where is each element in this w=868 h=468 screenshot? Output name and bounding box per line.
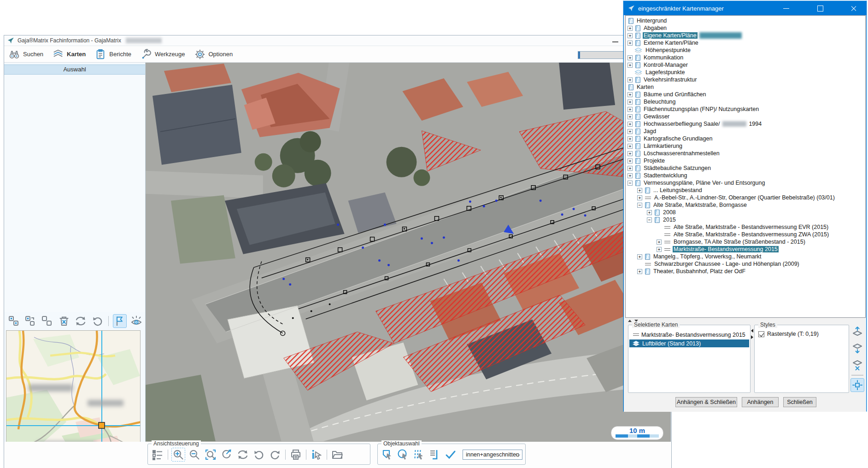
expander-icon[interactable] (628, 181, 633, 186)
rasterstyle-row[interactable]: Rasterstyle (T: 0,19) (758, 331, 849, 337)
tree-item[interactable]: Projekte (626, 157, 865, 164)
tree-item[interactable]: Kartografische Grundlagen (626, 135, 865, 142)
tree-item[interactable]: Externe Karten/Pläne (626, 39, 865, 47)
selected-map-row[interactable]: Luftbilder (Stand 2013) (629, 339, 749, 347)
tree-item[interactable]: Marktstraße- Bestandsvermessung 2015 (626, 246, 865, 253)
tree-item[interactable]: Löschwasserentnahmestellen (626, 150, 865, 157)
expander-icon[interactable] (637, 188, 642, 193)
circle-select-icon[interactable] (396, 448, 410, 462)
polygon-select-icon[interactable] (381, 448, 394, 462)
expander-icon[interactable] (628, 92, 633, 97)
attach-and-close-button[interactable]: Anhängen & Schließen (675, 397, 737, 407)
expander-icon[interactable] (637, 203, 642, 208)
expander-icon[interactable] (647, 217, 652, 222)
minimize-button[interactable] (776, 1, 797, 15)
expander-icon[interactable] (637, 195, 642, 200)
tree-item[interactable]: Vermessungspläne, Pläne Ver- und Entsorg… (626, 179, 865, 187)
tree-item[interactable]: Kontroll-Manager (626, 61, 865, 69)
expander-icon[interactable] (628, 158, 633, 164)
rasterstyle-checkbox[interactable] (758, 331, 764, 337)
tree-item[interactable]: Alte Straße, Marktstraße - Bestandsverme… (626, 231, 865, 238)
center-object-icon[interactable] (850, 378, 864, 392)
eye-icon[interactable] (130, 314, 143, 328)
tree-item[interactable]: Beleuchtung (626, 98, 865, 105)
expander-icon[interactable] (628, 122, 633, 127)
tree-item[interactable]: Schwarzburger Chaussee - Lage- und Höhen… (626, 260, 865, 268)
tree-item[interactable]: Mangelg., Töpferg., Vorwerksg., Neumarkt (626, 253, 865, 260)
selection-list-empty[interactable] (4, 75, 145, 312)
flag-icon[interactable] (113, 314, 126, 328)
tree-item[interactable]: Abgaben (626, 24, 865, 32)
tree-item[interactable]: Borngasse, TA Alte Straße (Straßenbestan… (626, 238, 865, 246)
splitter-up-icon[interactable] (628, 320, 632, 322)
expander-icon[interactable] (628, 151, 633, 156)
tree-item[interactable]: Lagefestpunkte (626, 69, 865, 76)
expander-icon[interactable] (628, 55, 633, 60)
tree-item[interactable]: Bäume und Grünflächen (626, 91, 865, 98)
tree-item[interactable]: Höhenpestpunkte (626, 47, 865, 54)
expander-icon[interactable] (628, 129, 633, 134)
tree-item[interactable]: Lärmkartierung (626, 142, 865, 150)
tree-item[interactable]: Alte Straße, Marktstraße - Bestandsverme… (626, 223, 865, 231)
redo-icon[interactable] (268, 448, 282, 462)
expander-icon[interactable] (637, 269, 642, 274)
select-empty-icon[interactable] (41, 314, 54, 328)
trash-x-icon[interactable] (57, 314, 70, 328)
selection-mode-dropdown[interactable]: innen+angeschnitten (463, 450, 522, 460)
tree-item[interactable]: Gewässer (626, 113, 865, 120)
layer-up-icon[interactable] (850, 325, 864, 339)
tree-item[interactable]: Verkehrsinfrastruktur (626, 76, 865, 83)
expander-icon[interactable] (628, 107, 633, 112)
expander-icon[interactable] (628, 136, 633, 141)
tree-item[interactable]: Karten (626, 83, 865, 91)
splitter-left-icon[interactable] (751, 329, 753, 333)
tree-item[interactable]: Hintergrund (626, 17, 865, 24)
select-corner-icon[interactable] (23, 314, 37, 328)
minimize-button[interactable] (611, 38, 620, 44)
layer-down-icon[interactable] (850, 342, 864, 356)
expander-icon[interactable] (628, 77, 633, 82)
legend-icon[interactable] (151, 448, 164, 462)
undo-icon[interactable] (252, 448, 266, 462)
expander-icon[interactable] (628, 41, 633, 46)
expander-icon[interactable] (628, 166, 633, 171)
tree-item[interactable]: Jagd (626, 128, 865, 135)
folder-icon[interactable] (330, 448, 344, 462)
tree-item[interactable]: Kommunikation (626, 54, 865, 61)
zoom-rect-icon[interactable] (204, 448, 217, 462)
expander-icon[interactable] (628, 144, 633, 149)
printer-icon[interactable] (289, 448, 303, 462)
tree-item[interactable]: Alte Straße, Marktstraße, Borngasse (626, 201, 865, 209)
optionen-button[interactable]: Optionen (190, 47, 238, 62)
expander-icon[interactable] (637, 254, 642, 259)
berichte-button[interactable]: Berichte (90, 47, 136, 62)
expander-icon[interactable] (637, 262, 642, 267)
expander-icon[interactable] (628, 63, 633, 68)
apply-check-icon[interactable] (444, 448, 457, 462)
tree-item[interactable]: Hochwasserbefliegung Saale/ 1994 (626, 120, 865, 128)
expander-icon[interactable] (657, 247, 662, 252)
werkzeuge-button[interactable]: Werkzeuge (136, 47, 190, 62)
suchen-button[interactable]: Suchen (4, 47, 48, 62)
close-dialog-button[interactable]: Schließen (783, 397, 816, 407)
refresh-icon[interactable] (236, 448, 250, 462)
karten-button[interactable]: Karten (48, 47, 90, 62)
expander-icon[interactable] (657, 240, 662, 245)
maximize-button[interactable] (809, 1, 830, 15)
tree-item[interactable]: Städtebauliche Satzungen (626, 164, 865, 172)
expander-icon[interactable] (628, 33, 633, 38)
expander-icon[interactable] (628, 48, 633, 53)
attach-button[interactable]: Anhängen (742, 397, 779, 407)
undo-icon[interactable] (91, 314, 104, 328)
layer-remove-icon[interactable] (850, 358, 864, 372)
pan-arrow-icon[interactable] (220, 448, 234, 462)
polyline-select-icon[interactable] (412, 448, 426, 462)
info-cursor-icon[interactable] (310, 448, 323, 462)
tree-item[interactable]: Theater, Busbahnhof, Platz der OdF (626, 268, 865, 275)
expander-icon[interactable] (657, 225, 662, 230)
kartenmanager-titlebar[interactable]: eingeschränkter Kartenmanager (624, 1, 866, 15)
splitter-right-icon[interactable] (751, 335, 753, 339)
refresh-icon[interactable] (74, 314, 88, 328)
expander-icon[interactable] (628, 99, 633, 105)
close-button[interactable] (843, 1, 864, 15)
